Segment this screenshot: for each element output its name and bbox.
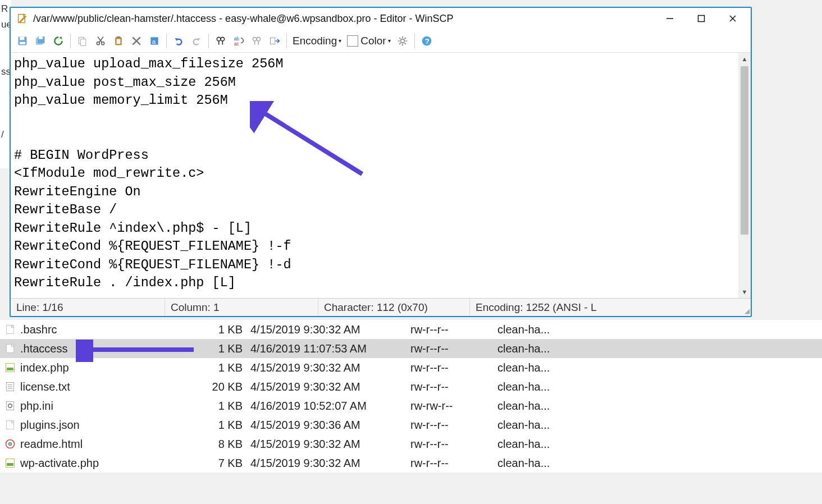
- find-next-icon[interactable]: [248, 33, 265, 49]
- file-size: 1 KB: [197, 361, 250, 374]
- svg-rect-34: [117, 36, 121, 38]
- file-type-icon: [3, 456, 17, 470]
- resize-grip-icon[interactable]: ◢: [741, 299, 751, 316]
- settings-icon[interactable]: [394, 33, 411, 49]
- scroll-thumb[interactable]: [741, 66, 748, 235]
- svg-rect-8: [6, 402, 13, 410]
- copy-icon[interactable]: [74, 33, 91, 49]
- file-type-icon: [3, 380, 17, 393]
- file-size: 1 KB: [197, 342, 250, 355]
- file-permissions: rw-rw-r--: [410, 400, 497, 413]
- file-permissions: rw-r--r--: [410, 438, 497, 451]
- cut-icon[interactable]: [92, 33, 109, 49]
- scroll-down-icon[interactable]: ▼: [738, 286, 751, 298]
- file-owner: clean-ha...: [497, 457, 587, 470]
- svg-text:ac: ac: [234, 41, 239, 47]
- file-name: .htaccess: [20, 342, 197, 355]
- file-date: 4/15/2019 9:30:32 AM: [250, 323, 410, 336]
- toolbar-separator: [70, 34, 71, 48]
- undo-icon[interactable]: [170, 33, 187, 49]
- maximize-button[interactable]: [686, 8, 717, 29]
- file-type-icon: [3, 342, 17, 355]
- file-size: 8 KB: [197, 438, 250, 451]
- file-name: wp-activate.php: [20, 457, 197, 470]
- svg-rect-3: [7, 368, 13, 370]
- paste-icon[interactable]: [110, 33, 127, 49]
- save-all-icon[interactable]: [32, 33, 49, 49]
- file-permissions: rw-r--r--: [410, 361, 497, 374]
- file-date: 4/15/2019 9:30:32 AM: [250, 457, 410, 470]
- file-owner: clean-ha...: [497, 342, 587, 355]
- file-type-icon: [3, 399, 17, 413]
- file-permissions: rw-r--r--: [410, 419, 497, 432]
- editor-body: php_value upload_max_filesize 256M php_v…: [11, 53, 751, 298]
- redo-icon[interactable]: [188, 33, 205, 49]
- file-date: 4/15/2019 9:30:32 AM: [250, 438, 410, 451]
- file-date: 4/16/2019 11:07:53 AM: [250, 342, 410, 355]
- editor-textarea[interactable]: php_value upload_max_filesize 256M php_v…: [11, 53, 738, 298]
- reload-icon[interactable]: [50, 33, 67, 49]
- file-date: 4/16/2019 10:52:07 AM: [250, 400, 410, 413]
- help-icon[interactable]: ?: [418, 33, 435, 49]
- save-icon[interactable]: [14, 33, 31, 49]
- svg-rect-22: [20, 36, 24, 40]
- file-type-icon: [3, 437, 17, 451]
- file-date: 4/15/2019 9:30:32 AM: [250, 381, 410, 393]
- toolbar-separator: [414, 34, 415, 48]
- file-size: 1 KB: [197, 419, 250, 432]
- file-name: license.txt: [20, 381, 197, 393]
- vertical-scrollbar[interactable]: ▲ ▼: [738, 53, 751, 298]
- file-owner: clean-ha...: [497, 400, 587, 413]
- file-date: 4/15/2019 9:30:36 AM: [250, 419, 410, 432]
- file-permissions: rw-r--r--: [410, 342, 497, 355]
- replace-icon[interactable]: abac: [230, 33, 247, 49]
- file-name: index.php: [20, 361, 197, 374]
- color-dropdown[interactable]: Color▾: [345, 33, 392, 49]
- status-encoding: Encoding: 1252 (ANSI - L: [470, 299, 741, 316]
- svg-point-13: [9, 443, 11, 445]
- file-owner: clean-ha...: [497, 381, 587, 393]
- toolbar-separator: [286, 34, 287, 48]
- svg-point-41: [221, 37, 225, 41]
- file-row[interactable]: plugins.json1 KB4/15/2019 9:30:36 AMrw-r…: [0, 415, 822, 434]
- file-row[interactable]: license.txt20 KB4/15/2019 9:30:32 AMrw-r…: [0, 377, 822, 396]
- svg-rect-50: [271, 38, 275, 44]
- status-column: Column: 1: [165, 299, 318, 316]
- file-size: 1 KB: [197, 323, 250, 336]
- svg-point-51: [400, 39, 404, 43]
- titlebar[interactable]: /var/www/public/clean-hamster/.htaccess …: [11, 8, 751, 29]
- scroll-up-icon[interactable]: ▲: [738, 53, 751, 65]
- file-owner: clean-ha...: [497, 323, 587, 336]
- status-line: Line: 1/16: [11, 299, 165, 316]
- delete-icon[interactable]: [128, 33, 145, 49]
- file-owner: clean-ha...: [497, 438, 587, 451]
- file-row[interactable]: php.ini1 KB4/16/2019 10:52:07 AMrw-rw-r-…: [0, 396, 822, 415]
- svg-rect-23: [20, 42, 25, 44]
- file-row[interactable]: .htaccess1 KB4/16/2019 11:07:53 AMrw-r--…: [0, 339, 822, 358]
- file-row[interactable]: readme.html8 KB4/15/2019 9:30:32 AMrw-r-…: [0, 434, 822, 453]
- file-size: 20 KB: [197, 381, 250, 393]
- close-button[interactable]: [717, 8, 748, 29]
- editor-statusbar: Line: 1/16 Column: 1 Character: 112 (0x7…: [11, 298, 751, 316]
- toolbar-separator: [208, 34, 209, 48]
- encoding-dropdown[interactable]: Encoding▾: [290, 33, 344, 49]
- editor-window: /var/www/public/clean-hamster/.htaccess …: [10, 7, 752, 317]
- file-type-icon: [3, 418, 17, 432]
- app-icon: [16, 12, 29, 25]
- file-row[interactable]: .bashrc1 KB4/15/2019 9:30:32 AMrw-r--r--…: [0, 320, 822, 339]
- svg-point-40: [217, 37, 221, 41]
- file-row[interactable]: index.php1 KB4/15/2019 9:30:32 AMrw-r--r…: [0, 358, 822, 377]
- select-all-icon[interactable]: a: [146, 33, 163, 49]
- file-row[interactable]: wp-activate.php7 KB4/15/2019 9:30:32 AMr…: [0, 453, 822, 473]
- file-name: plugins.json: [20, 419, 197, 432]
- find-icon[interactable]: [212, 33, 229, 49]
- svg-rect-35: [117, 39, 121, 43]
- goto-icon[interactable]: [266, 33, 283, 49]
- color-swatch-icon: [347, 35, 358, 47]
- minimize-button[interactable]: [654, 8, 686, 29]
- svg-rect-18: [698, 16, 705, 22]
- file-name: readme.html: [20, 438, 197, 451]
- svg-point-47: [257, 37, 261, 41]
- file-permissions: rw-r--r--: [410, 381, 497, 393]
- file-permissions: rw-r--r--: [410, 323, 497, 336]
